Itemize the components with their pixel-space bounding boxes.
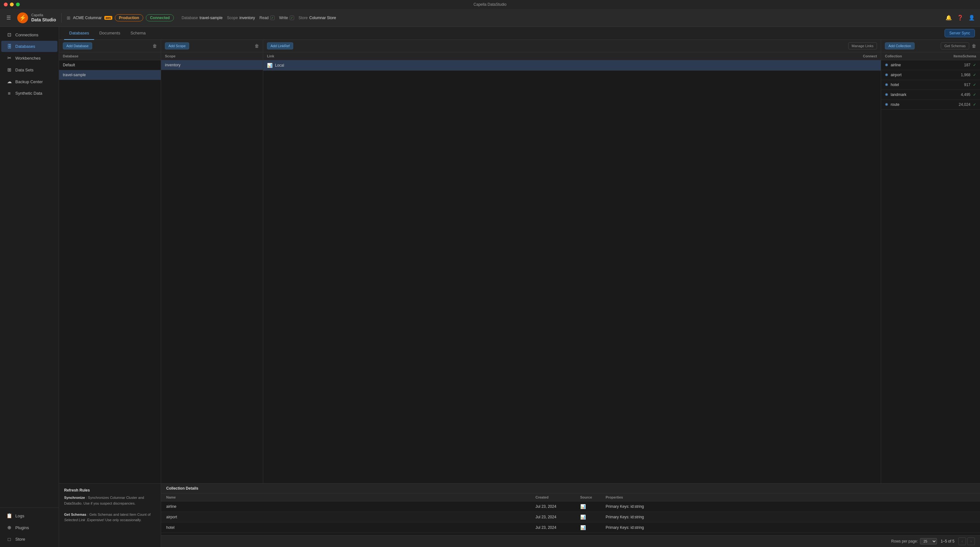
link-name-local: Local (275, 63, 874, 68)
collection-row-airport[interactable]: ❋ airport 1,968 ✓ (881, 70, 980, 80)
cd-properties-airport: Primary Keys: id:string (606, 515, 975, 519)
sidebar-item-databases[interactable]: 🗄 Databases (1, 41, 57, 52)
scope-delete-icon[interactable]: 🗑 (255, 43, 259, 48)
get-schemas-button[interactable]: Get Schemas (941, 43, 969, 49)
expensive-text: .Expensive! Use only occassionally. (86, 518, 141, 522)
sidebar-item-datasets[interactable]: ⊞ Data Sets (1, 64, 57, 76)
sidebar-synthetic-label: Synthetic Data (15, 91, 43, 96)
tab-schema[interactable]: Schema (126, 27, 151, 40)
database-col-header-label: Database (63, 54, 157, 58)
link-rows: 📊 Local (263, 60, 881, 483)
sidebar-bottom: 📋 Logs ⊕ Plugins □ Store (0, 507, 59, 547)
sidebar-item-synthetic[interactable]: ≡ Synthetic Data (1, 88, 57, 99)
columnar-icon: ⊞ (67, 15, 70, 21)
collection-items-airport: 1,968 (961, 73, 970, 77)
add-database-button[interactable]: Add Database (63, 43, 92, 49)
collection-panel: Add Collection Get Schemas 🗑 Collection … (881, 40, 980, 483)
tab-documents[interactable]: Documents (94, 27, 126, 40)
database-meta: Database travel-sample (181, 16, 222, 20)
cd-row-airline: airline Jul 23, 2024 📊 Primary Keys: id:… (161, 501, 980, 512)
link-col-header-connect: Connect (863, 54, 877, 58)
close-button[interactable] (4, 3, 8, 6)
scope-row-inventory[interactable]: inventory (161, 60, 263, 70)
write-meta: Write ✓ (279, 16, 294, 20)
minimize-button[interactable] (10, 3, 14, 6)
collection-name-landmark: landmark (891, 92, 958, 97)
synthetic-icon: ≡ (6, 90, 12, 96)
collection-row-landmark[interactable]: ❋ landmark 4,495 ✓ (881, 90, 980, 100)
connected-badge: Connected (146, 14, 174, 21)
cd-created-airline: Jul 23, 2024 (536, 504, 580, 509)
link-row-local[interactable]: 📊 Local (263, 60, 881, 71)
cd-col-name: Name (166, 495, 536, 499)
database-name-travel-sample: travel-sample (63, 73, 157, 77)
collection-row-route[interactable]: ❋ route 24,024 ✓ (881, 100, 980, 109)
scope-name-inventory: inventory (165, 63, 259, 67)
cd-source-icon-hotel: 📊 (580, 525, 606, 530)
sidebar-item-connections[interactable]: ⊡ Connections (1, 29, 57, 40)
next-page-button[interactable]: › (967, 537, 975, 545)
menu-toggle[interactable]: ☰ (5, 13, 12, 22)
sidebar-item-workbenches[interactable]: ✂ Workbenches (1, 52, 57, 64)
connections-icon: ⊡ (6, 32, 12, 38)
sidebar-databases-label: Databases (15, 44, 35, 49)
link-panel: Add LinkRef Manage Links Link Connect 📊 … (263, 40, 881, 483)
sidebar-plugins-label: Plugins (15, 525, 29, 530)
collection-name-airport: airport (891, 73, 958, 77)
user-icon[interactable]: 👤 (969, 15, 975, 21)
scope-panel-header: Add Scope 🗑 (161, 40, 263, 52)
rows-per-page-select[interactable]: 25 50 100 (920, 538, 937, 544)
cd-properties-airline: Primary Keys: id:string (606, 504, 975, 509)
sidebar-connections-label: Connections (15, 33, 38, 37)
maximize-button[interactable] (16, 3, 20, 6)
col-header-collection: Collection (885, 54, 953, 58)
prev-page-button[interactable]: ‹ (958, 537, 966, 545)
database-panel: Add Database 🗑 Database Default travel-s… (59, 40, 161, 483)
add-collection-button[interactable]: Add Collection (885, 43, 915, 49)
sidebar-item-backup[interactable]: ☁ Backup Center (1, 76, 57, 87)
collection-icon-airport: ❋ (885, 73, 888, 77)
server-sync-button[interactable]: Server Sync (945, 29, 975, 37)
store-meta-value: Columnar Store (309, 16, 336, 20)
scope-meta-label: Scope (227, 16, 238, 20)
tab-databases[interactable]: Databases (64, 27, 94, 40)
scope-panel: Add Scope 🗑 Scope inventory (161, 40, 263, 483)
read-check: ✓ (270, 16, 275, 20)
link-col-header-link: Link (267, 54, 863, 58)
refresh-rules-text: Synchronize : Synchronizes Columnar Clus… (64, 495, 156, 523)
collection-name-hotel: hotel (891, 82, 961, 87)
add-linkref-button[interactable]: Add LinkRef (267, 43, 293, 49)
synchronize-label: Synchronize (64, 496, 85, 499)
collection-row-hotel[interactable]: ❋ hotel 917 ✓ (881, 80, 980, 90)
collection-items-airline: 187 (964, 63, 970, 67)
add-scope-button[interactable]: Add Scope (165, 43, 189, 49)
collection-row-airline[interactable]: ❋ airline 187 ✓ (881, 60, 980, 70)
collection-delete-icon[interactable]: 🗑 (972, 43, 976, 48)
tabs-right: Server Sync (945, 29, 975, 37)
production-badge: Production (115, 14, 143, 21)
logo-text: Capella Data Studio (31, 13, 56, 23)
collection-icon-airline: ❋ (885, 63, 888, 67)
database-delete-icon[interactable]: 🗑 (153, 43, 157, 48)
cd-col-created: Created (536, 495, 580, 499)
help-icon[interactable]: ❓ (957, 15, 963, 21)
cd-col-source: Source (580, 495, 606, 499)
sidebar-store-label: Store (15, 537, 25, 542)
database-row-default[interactable]: Default (59, 60, 161, 70)
sidebar-item-logs[interactable]: 📋 Logs (1, 510, 57, 522)
sidebar-item-plugins[interactable]: ⊕ Plugins (1, 522, 57, 533)
plugins-icon: ⊕ (6, 525, 12, 530)
notifications-icon[interactable]: 🔔 (945, 15, 952, 21)
collection-panel-header: Add Collection Get Schemas 🗑 (881, 40, 980, 52)
app-name-line2: Data Studio (31, 17, 56, 23)
manage-links-button[interactable]: Manage Links (848, 43, 877, 49)
sidebar-backup-label: Backup Center (15, 79, 43, 84)
database-rows: Default travel-sample (59, 60, 161, 483)
refresh-rules-title: Refresh Rules (64, 488, 156, 493)
store-meta-label: Store (299, 16, 308, 20)
sidebar-main-section: ⊡ Connections 🗄 Databases ✂ Workbenches … (0, 27, 59, 101)
database-row-travel-sample[interactable]: travel-sample (59, 70, 161, 80)
app-header: ☰ ⚡ Capella Data Studio ⊞ ACME Columnar … (0, 9, 980, 27)
sidebar-item-store[interactable]: □ Store (1, 534, 57, 545)
window-title: Capella DataStudio (473, 2, 506, 7)
